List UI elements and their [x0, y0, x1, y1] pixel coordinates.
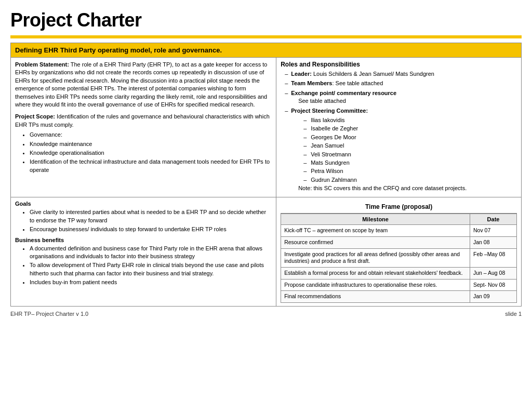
right-bottom-cell: Time Frame (proposal) Milestone Date Kic… [276, 197, 522, 306]
goal-1: Give clarity to interested parties about… [30, 208, 272, 224]
role-leader: Leader: Louis Schilders & Jean Samuel/ M… [285, 70, 517, 78]
col-milestone: Milestone [281, 214, 470, 225]
psc-member-6: Mats Sundgren [303, 159, 517, 167]
table-row: Establish a formal process for and obtai… [281, 268, 517, 280]
goals-list: Give clarity to interested parties about… [15, 208, 272, 233]
table-row: Final recommendations Jan 09 [281, 291, 517, 303]
benefits-list: A documented definition and business cas… [15, 245, 272, 287]
scope-label: Project Scope: [15, 113, 55, 119]
footer-right: slide 1 [505, 311, 522, 317]
project-scope: Project Scope: Identification of the rul… [15, 113, 272, 129]
yellow-divider [10, 35, 522, 38]
benefit-3: Includes buy-in from patient needs [30, 278, 272, 286]
psc-note: Note: this SC covers this and the CRFQ a… [291, 184, 517, 192]
table-row: Propose candidate infrastructures to ope… [281, 279, 517, 291]
table-row: Investigate good practices for all areas… [281, 248, 517, 267]
scope-bullet-3: Knowledge operationalisation [30, 149, 272, 157]
milestone-3: Investigate good practices for all areas… [281, 248, 470, 267]
milestone-6: Final recommendations [281, 291, 470, 303]
benefit-1: A documented definition and business cas… [30, 245, 272, 261]
psc-member-4: Jean Samuel [303, 142, 517, 150]
footer: EHR TP– Project Charter v 1.0 slide 1 [10, 311, 522, 317]
benefit-2: To allow development of Third Party EHR … [30, 261, 272, 277]
footer-left: EHR TP– Project Charter v 1.0 [10, 311, 88, 317]
exchange-note: See table attached [291, 98, 346, 104]
benefits-section: Business benefits A documented definitio… [15, 237, 272, 287]
problem-label: Problem Statement: [15, 61, 69, 68]
goals-section: Goals Give clarity to interested parties… [15, 201, 272, 233]
milestone-1: Kick-off TC – agreement on scope by team [281, 225, 470, 237]
date-3: Feb –May 08 [470, 248, 517, 267]
milestone-table: Milestone Date Kick-off TC – agreement o… [281, 214, 517, 302]
scope-bullet-4: Identification of the technical infrastr… [30, 158, 272, 174]
psc-member-1: Ilias Iakovidis [303, 116, 517, 124]
role-team-members: Team Members: See table attached [285, 79, 517, 87]
psc-member-7: Petra Wilson [303, 167, 517, 175]
goals-title: Goals [15, 201, 272, 207]
role-exchange-point: Exchange point/ commentary resource See … [285, 89, 517, 105]
main-content-table: Defining EHR Third Party operating model… [10, 43, 522, 307]
psc-member-5: Veli Stroetmann [303, 151, 517, 158]
psc-label: Project Steering Committee: [291, 108, 368, 114]
psc-member-8: Gudrun Zahlmann [303, 176, 517, 184]
date-5: Sept- Nov 08 [470, 279, 517, 291]
roles-list: Leader: Louis Schilders & Jean Samuel/ M… [281, 70, 517, 192]
scope-bullet-1: Governance: [30, 131, 272, 139]
date-6: Jan 09 [470, 291, 517, 303]
psc-member-3: Georges De Moor [303, 134, 517, 141]
date-2: Jan 08 [470, 237, 517, 249]
right-top-cell: Roles and Responsibilities Leader: Louis… [276, 58, 522, 197]
col-date: Date [470, 214, 517, 225]
psc-member-2: Isabelle de Zegher [303, 125, 517, 132]
problem-statement: Problem Statement: The role of a EHR Thi… [15, 61, 272, 109]
charter-header: Defining EHR Third Party operating model… [11, 43, 522, 58]
problem-text: The role of a EHR Third Party (EHR TP), … [15, 61, 267, 108]
date-4: Jun – Aug 08 [470, 268, 517, 280]
table-row: Resource confirmed Jan 08 [281, 237, 517, 249]
goal-2: Encourage businesses/ individuals to ste… [30, 225, 272, 233]
timeframe-title: Time Frame (proposal) [281, 201, 517, 214]
left-top-cell: Problem Statement: The role of a EHR Thi… [11, 58, 276, 197]
role-psc: Project Steering Committee: Ilias Iakovi… [285, 107, 517, 193]
milestone-4: Establish a formal process for and obtai… [281, 268, 470, 280]
date-1: Nov 07 [470, 225, 517, 237]
scope-bullets: Governance: Knowledge maintenance Knowle… [15, 131, 272, 174]
benefits-title: Business benefits [15, 237, 272, 243]
page-title: Project Charter [10, 9, 522, 31]
scope-bullet-2: Knowledge maintenance [30, 140, 272, 148]
milestone-5: Propose candidate infrastructures to ope… [281, 279, 470, 291]
table-row: Kick-off TC – agreement on scope by team… [281, 225, 517, 237]
left-bottom-cell: Goals Give clarity to interested parties… [11, 197, 276, 306]
psc-members-list: Ilias Iakovidis Isabelle de Zegher Georg… [291, 116, 517, 184]
roles-title: Roles and Responsibilities [281, 61, 517, 68]
milestone-2: Resource confirmed [281, 237, 470, 249]
